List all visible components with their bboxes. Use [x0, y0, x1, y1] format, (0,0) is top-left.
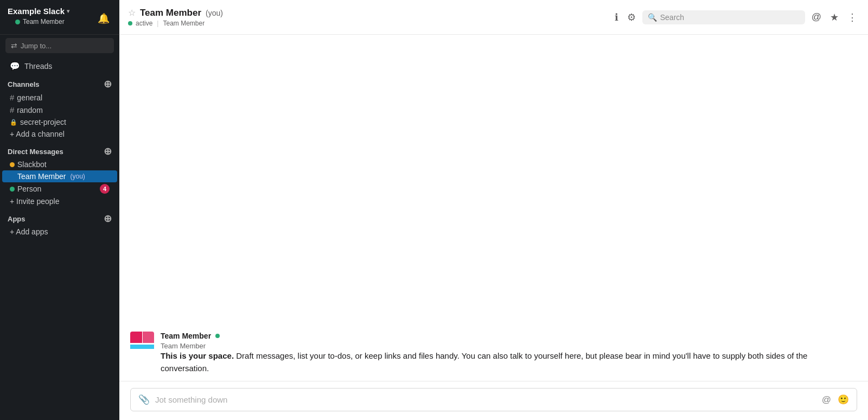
sidebar-item-general[interactable]: # general [2, 91, 117, 104]
channels-section: Channels ⊕ # general # random 🔒 secret-p… [0, 74, 119, 141]
slackbot-status-dot [10, 162, 15, 167]
workspace-name[interactable]: Example Slack ▾ [8, 7, 72, 16]
team-member-status-dot [10, 174, 15, 179]
sidebar-item-threads[interactable]: 💬 Threads [2, 59, 117, 74]
status-text: active [136, 20, 152, 27]
dm-header[interactable]: Direct Messages ⊕ [0, 144, 119, 158]
avatar [130, 332, 154, 355]
notification-bell-button[interactable]: 🔔 [95, 10, 112, 27]
emoji-icon: 🙂 [838, 394, 849, 405]
paperclip-icon: 📎 [138, 394, 150, 405]
jump-to-button[interactable]: ⇄ Jump to... [5, 38, 114, 53]
hash-icon-random: # [10, 105, 14, 114]
search-icon: 🔍 [648, 13, 657, 22]
channel-name-secret: secret-project [20, 118, 66, 126]
person-status-dot [10, 187, 15, 192]
add-apps-button[interactable]: + Add apps [2, 226, 117, 238]
channel-name-random: random [17, 106, 42, 114]
attach-icon-button[interactable]: 📎 [137, 393, 151, 406]
threads-label: Threads [24, 62, 52, 71]
dm-label: Direct Messages [8, 148, 63, 156]
message-block: Team Member Team Member This is your spa… [130, 332, 857, 374]
dm-name-team-member: Team Member [17, 172, 66, 181]
at-button[interactable]: @ [809, 9, 824, 25]
hash-icon-general: # [10, 93, 14, 102]
message-sender-row: Team Member [161, 332, 857, 340]
main-panel: ☆ Team Member (you) active | Team Member… [119, 0, 868, 420]
workspace-title-text: Example Slack [8, 7, 65, 16]
active-status-dot [128, 21, 132, 26]
add-channel-icon[interactable]: ⊕ [104, 79, 112, 89]
channels-label: Channels [8, 80, 40, 88]
message-bold: This is your space. [161, 351, 234, 360]
sender-name: Team Member [161, 332, 211, 340]
more-button[interactable]: ⋮ [845, 9, 859, 26]
message-input-box: 📎 @ 🙂 [130, 388, 857, 411]
apps-header[interactable]: Apps ⊕ [0, 212, 119, 226]
more-icon: ⋮ [847, 12, 857, 23]
info-button[interactable]: ℹ [612, 9, 621, 26]
workspace-caret-icon: ▾ [67, 8, 69, 14]
add-channel-label: + Add a channel [10, 130, 65, 138]
avatar-part-1 [130, 332, 142, 343]
add-apps-label: + Add apps [10, 227, 48, 236]
sidebar-item-slackbot[interactable]: Slackbot [2, 158, 117, 170]
jump-to-label: Jump to... [21, 42, 52, 50]
invite-people-button[interactable]: + Invite people [2, 195, 117, 207]
content-area: Team Member Team Member This is your spa… [119, 35, 868, 381]
info-icon: ℹ [615, 12, 618, 23]
sidebar-header: Example Slack ▾ Team Member 🔔 [0, 0, 119, 35]
sidebar-item-team-member[interactable]: Team Member (you) [2, 170, 117, 182]
user-status-row: Team Member [8, 18, 72, 30]
at-input-button[interactable]: @ [821, 393, 832, 406]
message-body-text: Draft messages, list your to-dos, or kee… [161, 351, 807, 373]
search-input[interactable] [660, 13, 800, 22]
at-icon: @ [812, 11, 821, 22]
star-icon-header: ★ [830, 12, 839, 23]
channel-subtitle: active | Team Member [128, 20, 607, 27]
star-channel-icon[interactable]: ☆ [128, 8, 136, 18]
sender-status-dot [215, 334, 220, 338]
input-area: 📎 @ 🙂 [119, 381, 868, 420]
sidebar: Example Slack ▾ Team Member 🔔 ⇄ Jump to.… [0, 0, 119, 420]
person-unread-badge: 4 [100, 184, 110, 194]
current-user-name: Team Member [23, 18, 65, 26]
team-member-you-label: (you) [70, 173, 85, 180]
at-input-icon: @ [822, 394, 831, 405]
main-header: ☆ Team Member (you) active | Team Member… [119, 0, 868, 35]
avatar-part-2 [143, 332, 155, 343]
breadcrumb-label: Team Member [163, 20, 205, 27]
star-button[interactable]: ★ [828, 9, 841, 26]
add-dm-icon[interactable]: ⊕ [104, 147, 112, 156]
search-bar[interactable]: 🔍 [642, 10, 805, 24]
sender-subtitle: Team Member [161, 342, 857, 350]
channel-title-row: ☆ Team Member (you) [128, 8, 607, 18]
settings-button[interactable]: ⚙ [625, 9, 638, 26]
sidebar-item-person[interactable]: Person 4 [2, 182, 117, 195]
emoji-button[interactable]: 🙂 [837, 393, 850, 406]
channel-title-area: ☆ Team Member (you) active | Team Member [128, 8, 607, 27]
header-actions: ℹ ⚙ 🔍 @ ★ ⋮ [612, 9, 859, 26]
dm-name-slackbot: Slackbot [17, 160, 47, 169]
sidebar-item-random[interactable]: # random [2, 104, 117, 116]
you-label: (you) [206, 9, 223, 17]
apps-label: Apps [8, 215, 25, 223]
avatar-part-4 [130, 349, 154, 355]
message-body: Team Member Team Member This is your spa… [161, 332, 857, 374]
user-online-dot [15, 20, 20, 24]
add-channel-button[interactable]: + Add a channel [2, 128, 117, 140]
channel-name-general: general [17, 93, 42, 102]
pipe-divider: | [157, 20, 158, 27]
threads-icon: 💬 [10, 61, 20, 71]
dm-section: Direct Messages ⊕ Slackbot Team Member (… [0, 141, 119, 208]
invite-label: + Invite people [10, 197, 59, 206]
channels-header[interactable]: Channels ⊕ [0, 77, 119, 91]
channel-title: Team Member [140, 8, 201, 18]
message-text: This is your space. Draft messages, list… [161, 350, 857, 374]
avatar-image [130, 332, 154, 355]
add-app-icon[interactable]: ⊕ [104, 214, 112, 224]
avatar-part-3 [130, 345, 154, 349]
lock-icon-secret: 🔒 [10, 119, 17, 126]
message-input[interactable] [155, 395, 816, 404]
sidebar-item-secret-project[interactable]: 🔒 secret-project [2, 116, 117, 128]
